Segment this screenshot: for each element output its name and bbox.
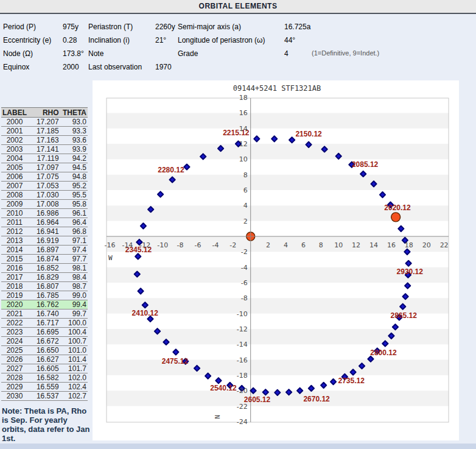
ephemeris-cell: 17.119	[28, 154, 60, 163]
ephemeris-cell: 101.4	[60, 355, 88, 364]
y-tick-label: -14	[237, 341, 248, 348]
epoch-label: 2280.12	[158, 166, 184, 174]
ephemeris-cell: 17.075	[28, 172, 60, 182]
orbit-point	[289, 137, 295, 143]
ephemeris-row[interactable]: 201316.91997.1	[1, 236, 88, 246]
x-tick-label: -12	[139, 241, 150, 249]
ephemeris-row[interactable]: 201616.85298.1	[1, 264, 88, 273]
x-tick-label: 6	[301, 241, 306, 249]
ephemeris-row[interactable]: 202716.605101.7	[1, 364, 88, 373]
ephemeris-cell: 16.874	[28, 255, 60, 264]
ephemeris-cell: 16.852	[28, 264, 60, 273]
ephemeris-cell: 16.650	[28, 346, 60, 355]
ephemeris-cell: 2001	[1, 127, 28, 136]
element-value: 2260y	[155, 23, 175, 31]
ephemeris-cell: 2029	[1, 383, 28, 392]
ephemeris-row[interactable]: 200917.00895.8	[1, 200, 88, 209]
ephemeris-cell: 2003	[1, 145, 28, 154]
ephemeris-row[interactable]: 202616.627101.4	[1, 355, 88, 364]
x-tick-label: 10	[334, 241, 343, 249]
ephemeris-row[interactable]: 201516.87497.7	[1, 255, 88, 264]
y-tick-label: -6	[241, 279, 248, 287]
ephemeris-cell: 16.919	[28, 236, 60, 246]
ephemeris-row[interactable]: 200317.14193.9	[1, 145, 88, 154]
ephemeris-row[interactable]: 200117.18593.3	[1, 127, 88, 136]
orbit-point	[184, 164, 189, 169]
element-value: 44°	[284, 36, 295, 44]
y-tick-label: 2	[243, 217, 248, 225]
ephemeris-row[interactable]: 200017.20793.0	[1, 118, 88, 127]
ephemeris-row[interactable]: 202416.672100.7	[1, 337, 88, 346]
ephemeris-cell: 2022	[1, 319, 28, 328]
x-tick-label: 16	[387, 241, 396, 249]
ephemeris-cell: 93.9	[60, 145, 88, 154]
chart-title: 09144+5241 STF1321AB	[233, 84, 321, 93]
ephemeris-row[interactable]: 200717.05395.2	[1, 182, 88, 191]
ephemeris-cell: 2002	[1, 136, 28, 145]
ephemeris-cell: 2024	[1, 337, 28, 346]
ephemeris-cell: 2010	[1, 209, 28, 218]
epoch-label: 2800.12	[370, 348, 397, 357]
ephemeris-row[interactable]: 201716.82998.4	[1, 273, 88, 282]
orbit-point	[271, 136, 277, 141]
element-label: Last observation	[88, 63, 142, 71]
ephemeris-cell: 98.4	[60, 273, 88, 282]
ephemeris-cell: 2008	[1, 191, 28, 200]
direction-label-w: W	[108, 254, 113, 262]
y-tick-label: 4	[243, 202, 248, 210]
x-tick-label: -10	[157, 241, 168, 249]
ephemeris-cell: 2030	[1, 392, 28, 401]
ephemeris-cell: 2006	[1, 172, 28, 182]
ephemeris-cell: 16.762	[28, 300, 60, 309]
x-tick-label: 12	[352, 241, 360, 249]
ephemeris-cell: 93.3	[60, 127, 88, 136]
ephemeris-cell: 17.207	[28, 118, 60, 127]
x-tick-label: 2	[266, 241, 270, 249]
orbit-point	[138, 288, 143, 294]
orbit-point	[321, 383, 326, 388]
ephemeris-row[interactable]: 201116.96496.4	[1, 218, 88, 227]
ephemeris-row[interactable]: 202816.582102.0	[1, 373, 88, 383]
orbit-point	[158, 191, 163, 197]
ephemeris-cell: 17.141	[28, 145, 60, 154]
ephemeris-row[interactable]: 201916.78599.0	[1, 291, 88, 300]
chart-tick-labels: 18161412108642-2-4-6-8-10-12-14-16-18-20…	[105, 94, 449, 426]
position-2020-marker	[391, 213, 401, 222]
ephemeris-row[interactable]: 200217.16393.6	[1, 136, 88, 145]
ephemeris-row[interactable]: 203016.537102.7	[1, 392, 88, 401]
ephemeris-row[interactable]: 201816.80798.7	[1, 282, 88, 291]
y-tick-label: 6	[243, 186, 248, 194]
ephemeris-row[interactable]: 202516.650101.0	[1, 346, 88, 355]
ephemeris-row[interactable]: 202916.559102.4	[1, 383, 88, 392]
ephemeris-row[interactable]: 201216.94196.8	[1, 227, 88, 236]
ephemeris-row[interactable]: 200417.11994.2	[1, 154, 88, 163]
ephemeris-row[interactable]: 202016.76299.4	[1, 300, 88, 309]
element-value: 4	[284, 49, 289, 58]
ephemeris-cell: 16.807	[28, 282, 60, 291]
ephemeris-col-header: LABEL	[1, 108, 28, 118]
element-label: Inclination (i)	[88, 36, 130, 44]
ephemeris-cell: 96.4	[60, 218, 88, 227]
ephemeris-cell: 16.740	[28, 309, 60, 319]
y-tick-label: 16	[239, 109, 248, 117]
y-tick-label: 14	[239, 125, 248, 133]
y-tick-label: 12	[239, 140, 248, 148]
ephemeris-row[interactable]: 200817.03095.5	[1, 191, 88, 200]
ephemeris-row[interactable]: 202216.717100.0	[1, 319, 88, 328]
ephemeris-note: Note: Theta is PA, Rho is Sep. For yearl…	[2, 406, 93, 443]
ephemeris-row[interactable]: 201416.89797.4	[1, 246, 88, 255]
ephemeris-cell: 2017	[1, 273, 28, 282]
element-label: Equinox	[3, 63, 29, 71]
ephemeris-cell: 17.030	[28, 191, 60, 200]
ephemeris-row[interactable]: 201016.98696.1	[1, 209, 88, 218]
ephemeris-row[interactable]: 202116.74099.7	[1, 309, 88, 319]
y-tick-label: -16	[237, 356, 248, 364]
ephemeris-row[interactable]: 200517.09794.5	[1, 163, 88, 172]
x-tick-label: -16	[105, 241, 116, 249]
x-tick-label: -4	[212, 241, 219, 249]
ephemeris-cell: 16.829	[28, 273, 60, 282]
ephemeris-row[interactable]: 200617.07594.8	[1, 172, 88, 182]
orbit-chart: 2020.122085.122150.122215.122280.122345.…	[93, 80, 459, 440]
ephemeris-row[interactable]: 202316.695100.4	[1, 328, 88, 337]
orbit-point	[406, 261, 411, 266]
